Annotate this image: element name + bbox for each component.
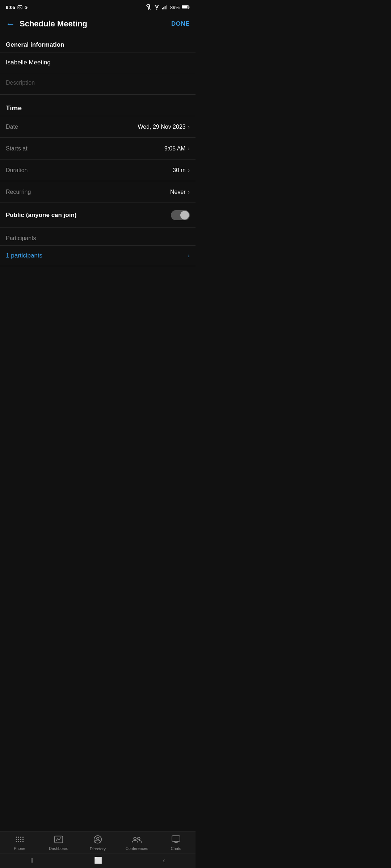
svg-rect-9 <box>166 5 167 9</box>
back-button[interactable]: ← <box>6 19 15 29</box>
duration-row[interactable]: Duration 30 m › <box>0 159 196 181</box>
date-label: Date <box>6 124 138 130</box>
status-icons: 89% <box>146 4 190 10</box>
svg-text:G: G <box>25 5 28 9</box>
status-time: 9:05 G <box>6 5 30 10</box>
date-chevron-icon: › <box>188 124 190 130</box>
public-toggle-row[interactable]: Public (anyone can join) <box>0 203 196 228</box>
public-toggle-switch[interactable] <box>171 210 190 220</box>
starts-at-chevron-icon: › <box>188 145 190 152</box>
starts-at-value: 9:05 AM <box>164 145 186 152</box>
battery-icon <box>182 5 190 9</box>
recurring-row[interactable]: Recurring Never › <box>0 181 196 203</box>
svg-rect-8 <box>165 6 166 9</box>
time-section: Time Date Wed, 29 Nov 2023 › Starts at 9… <box>0 99 196 203</box>
meeting-title-field[interactable]: Isabelle Meeting <box>0 52 196 73</box>
page-title: Schedule Meeting <box>20 19 171 29</box>
duration-chevron-icon: › <box>188 167 190 174</box>
g-icon: G <box>25 5 30 10</box>
recurring-value: Never <box>170 189 186 195</box>
svg-rect-7 <box>163 7 164 9</box>
date-value: Wed, 29 Nov 2023 <box>138 124 185 130</box>
time-section-label: Time <box>0 99 196 116</box>
description-field[interactable]: Description <box>0 73 196 95</box>
participants-value: 1 participants <box>6 252 188 259</box>
general-info-section-label: General information <box>0 35 196 52</box>
mute-icon <box>146 4 151 10</box>
date-row[interactable]: Date Wed, 29 Nov 2023 › <box>0 116 196 138</box>
done-button[interactable]: DONE <box>171 20 190 27</box>
public-label: Public (anyone can join) <box>6 212 171 219</box>
signal-icon <box>162 5 168 10</box>
image-icon <box>17 5 22 10</box>
duration-value: 30 m <box>173 167 186 174</box>
duration-label: Duration <box>6 167 173 174</box>
wifi-icon <box>154 5 160 10</box>
svg-point-1 <box>19 7 20 7</box>
battery-display: 89% <box>170 5 180 10</box>
time-display: 9:05 <box>6 5 15 10</box>
participants-header-label: Participants <box>0 229 196 246</box>
participants-section: Participants 1 participants › <box>0 229 196 266</box>
header: ← Schedule Meeting DONE <box>0 13 196 35</box>
recurring-label: Recurring <box>6 189 170 195</box>
participants-row[interactable]: 1 participants › <box>0 246 196 266</box>
svg-point-5 <box>156 9 157 10</box>
svg-rect-6 <box>162 8 163 9</box>
starts-at-row[interactable]: Starts at 9:05 AM › <box>0 138 196 159</box>
participants-chevron-icon: › <box>188 252 190 259</box>
starts-at-label: Starts at <box>6 145 164 152</box>
svg-rect-11 <box>189 7 189 8</box>
svg-rect-12 <box>182 6 188 9</box>
status-bar: 9:05 G 89% <box>0 0 196 13</box>
recurring-chevron-icon: › <box>188 189 190 195</box>
